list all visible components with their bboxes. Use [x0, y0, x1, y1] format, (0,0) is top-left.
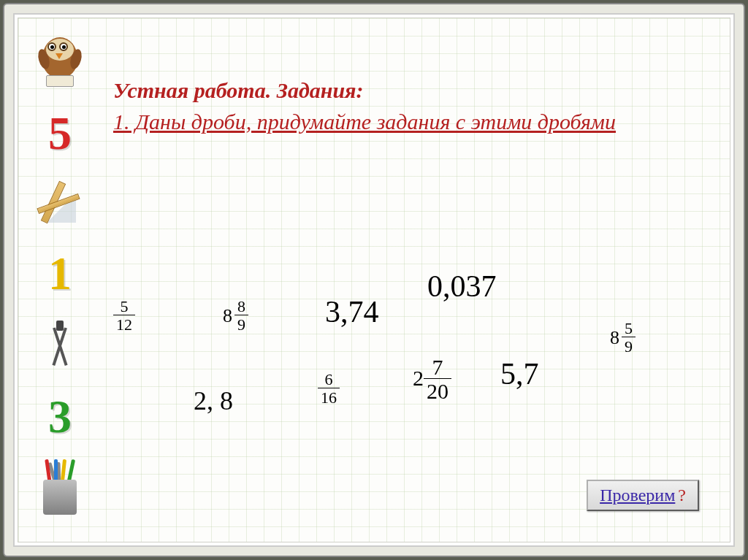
mixed-2-7-20: 2720: [413, 356, 451, 402]
decimal-3-74: 3,74: [325, 294, 379, 329]
decor-number-5: 5: [48, 110, 72, 157]
check-button-label: Проверим: [600, 486, 675, 505]
heading-title: Устная работа. Задания:: [113, 78, 708, 103]
decimal-0-037: 0,037: [427, 269, 497, 304]
slide-frame: 5 1 3 Устная работа. Задания: 1. Даны др…: [4, 4, 744, 556]
math-examples: 512 889 3,74 0,037 2, 8 616 2720 5,7 859: [113, 159, 708, 473]
content-area: Устная работа. Задания: 1. Даны дроби, п…: [113, 78, 708, 520]
decimal-2-8: 2, 8: [194, 386, 233, 416]
heading-subtitle: 1. Даны дроби, придумайте задания с этим…: [113, 107, 708, 137]
pencil-cup-icon: [37, 464, 83, 515]
fraction-6-16: 616: [318, 371, 340, 406]
owl-icon: [33, 33, 87, 87]
compass-icon: [39, 321, 80, 370]
sidebar-decor: 5 1 3: [28, 28, 91, 532]
mixed-8-8-9: 889: [223, 298, 248, 333]
check-button-qmark: ?: [678, 486, 686, 505]
fraction-5-12: 512: [113, 298, 135, 333]
rulers-icon: [37, 180, 83, 227]
slide-grid-bg: 5 1 3 Устная работа. Задания: 1. Даны др…: [18, 18, 730, 542]
decor-number-1: 1: [48, 250, 72, 297]
decimal-5-7: 5,7: [500, 356, 539, 391]
check-button[interactable]: Проверим?: [587, 480, 699, 511]
mixed-8-5-9: 859: [610, 320, 636, 355]
decor-number-3: 3: [48, 394, 72, 440]
